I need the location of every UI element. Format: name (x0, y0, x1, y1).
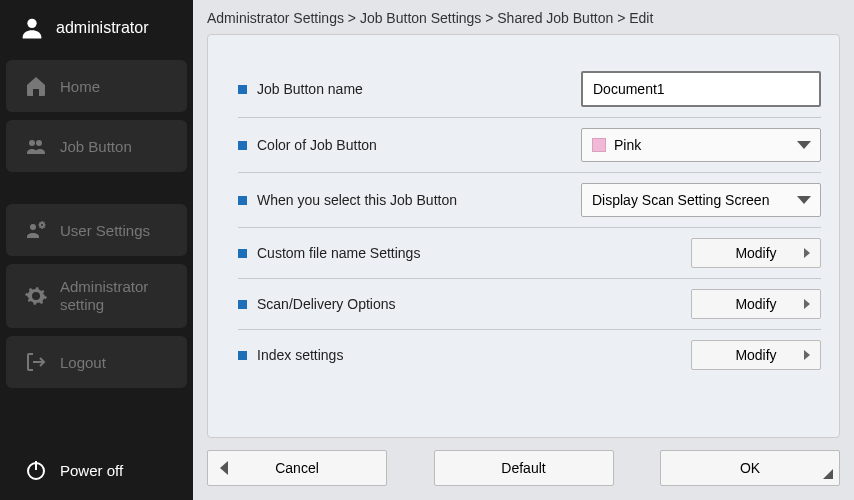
sidebar-item-label: Logout (60, 354, 106, 371)
color-select-value: Pink (614, 137, 641, 153)
default-button[interactable]: Default (434, 450, 614, 486)
sidebar-item-job-button[interactable]: Job Button (6, 120, 187, 172)
user-settings-icon (24, 218, 48, 242)
field-label: When you select this Job Button (257, 192, 581, 208)
resize-corner-icon (823, 469, 833, 479)
chevron-right-icon (804, 350, 810, 360)
chevron-left-icon (220, 461, 228, 475)
button-label: Default (501, 460, 545, 476)
color-select[interactable]: Pink (581, 128, 821, 162)
bullet-icon (238, 300, 247, 309)
svg-point-2 (36, 140, 42, 146)
field-label: Index settings (257, 347, 691, 363)
sidebar-item-label: Home (60, 78, 100, 95)
settings-panel: Job Button name Color of Job Button Pink… (207, 34, 840, 438)
svg-point-3 (30, 224, 36, 230)
chevron-down-icon (797, 196, 811, 204)
breadcrumb: Administrator Settings > Job Button Sett… (193, 0, 854, 34)
field-label: Job Button name (257, 81, 581, 97)
field-label: Color of Job Button (257, 137, 581, 153)
sidebar-user-label: administrator (56, 19, 148, 37)
cancel-button[interactable]: Cancel (207, 450, 387, 486)
ok-button[interactable]: OK (660, 450, 840, 486)
row-scan-delivery: Scan/Delivery Options Modify (238, 279, 821, 330)
home-icon (24, 74, 48, 98)
sidebar-item-home[interactable]: Home (6, 60, 187, 112)
bullet-icon (238, 196, 247, 205)
user-icon (18, 14, 46, 42)
index-modify-button[interactable]: Modify (691, 340, 821, 370)
sidebar-item-label: Administrator setting (60, 278, 169, 314)
row-index: Index settings Modify (238, 330, 821, 380)
sidebar-item-label: User Settings (60, 222, 150, 239)
job-button-name-input[interactable] (581, 71, 821, 107)
color-swatch (592, 138, 606, 152)
button-label: Modify (735, 245, 776, 261)
bullet-icon (238, 351, 247, 360)
scan-delivery-modify-button[interactable]: Modify (691, 289, 821, 319)
footer: Cancel Default OK (193, 438, 854, 500)
svg-point-0 (27, 19, 36, 28)
job-button-icon (24, 134, 48, 158)
sidebar-item-admin-setting[interactable]: Administrator setting (6, 264, 187, 328)
sidebar-item-label: Power off (60, 462, 123, 479)
on-select-dropdown[interactable]: Display Scan Setting Screen (581, 183, 821, 217)
row-color: Color of Job Button Pink (238, 118, 821, 173)
button-label: Modify (735, 296, 776, 312)
row-job-button-name: Job Button name (238, 61, 821, 118)
chevron-right-icon (804, 248, 810, 258)
chevron-right-icon (804, 299, 810, 309)
button-label: Cancel (275, 460, 319, 476)
svg-point-4 (40, 223, 44, 227)
sidebar-item-user-settings[interactable]: User Settings (6, 204, 187, 256)
power-icon (24, 458, 48, 482)
on-select-value: Display Scan Setting Screen (592, 192, 769, 208)
button-label: OK (740, 460, 760, 476)
sidebar-item-logout[interactable]: Logout (6, 336, 187, 388)
custom-file-modify-button[interactable]: Modify (691, 238, 821, 268)
row-custom-file: Custom file name Settings Modify (238, 228, 821, 279)
chevron-down-icon (797, 141, 811, 149)
logout-icon (24, 350, 48, 374)
bullet-icon (238, 85, 247, 94)
row-on-select: When you select this Job Button Display … (238, 173, 821, 228)
main: Administrator Settings > Job Button Sett… (193, 0, 854, 500)
bullet-icon (238, 249, 247, 258)
field-label: Scan/Delivery Options (257, 296, 691, 312)
bullet-icon (238, 141, 247, 150)
gear-icon (24, 284, 48, 308)
field-label: Custom file name Settings (257, 245, 691, 261)
sidebar-item-power-off[interactable]: Power off (6, 444, 187, 496)
svg-point-1 (29, 140, 35, 146)
sidebar-user: administrator (0, 0, 193, 56)
sidebar: administrator Home Job Button User Setti… (0, 0, 193, 500)
button-label: Modify (735, 347, 776, 363)
sidebar-item-label: Job Button (60, 138, 132, 155)
